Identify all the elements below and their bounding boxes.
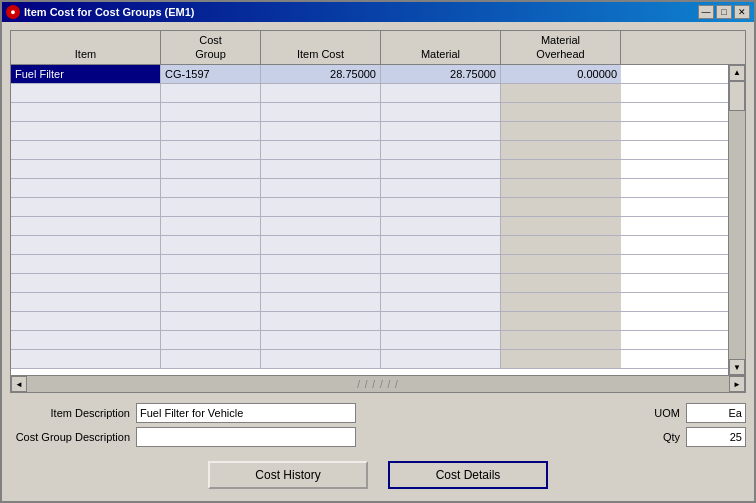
cell-item-cost [261, 198, 381, 216]
table-row[interactable] [11, 103, 728, 122]
cell-cost-group [161, 103, 261, 121]
cell-item [11, 293, 161, 311]
col-header-item-cost: Item Cost [261, 31, 381, 64]
cell-item [11, 350, 161, 368]
table-body-area: Fuel Filter CG-1597 28.75000 28.75000 0.… [11, 65, 745, 375]
cell-material [381, 160, 501, 178]
title-bar-left: ● Item Cost for Cost Groups (EM1) [6, 5, 195, 19]
cell-overhead [501, 255, 621, 273]
table-row[interactable] [11, 274, 728, 293]
table-row[interactable] [11, 122, 728, 141]
cell-material [381, 103, 501, 121]
cell-cost-group: CG-1597 [161, 65, 261, 83]
table-row[interactable] [11, 217, 728, 236]
cell-cost-group [161, 122, 261, 140]
cost-details-button[interactable]: Cost Details [388, 461, 548, 489]
cell-material: 28.75000 [381, 65, 501, 83]
cost-group-description-label: Cost Group Description [10, 431, 130, 443]
scroll-right-button[interactable]: ► [729, 376, 745, 392]
cell-material [381, 350, 501, 368]
table-row[interactable] [11, 350, 728, 369]
cell-material [381, 274, 501, 292]
title-buttons: — □ ✕ [698, 5, 750, 19]
cell-item [11, 312, 161, 330]
table-row[interactable] [11, 293, 728, 312]
cell-item [11, 274, 161, 292]
cell-cost-group [161, 160, 261, 178]
table-row[interactable] [11, 236, 728, 255]
uom-row: UOM [650, 403, 746, 423]
table-row[interactable] [11, 84, 728, 103]
col-header-overhead: MaterialOverhead [501, 31, 621, 64]
cell-item-cost [261, 236, 381, 254]
table-row[interactable] [11, 198, 728, 217]
title-bar: ● Item Cost for Cost Groups (EM1) — □ ✕ [2, 2, 754, 22]
cell-material [381, 122, 501, 140]
col-header-material: Material [381, 31, 501, 64]
cell-material [381, 236, 501, 254]
cell-item [11, 84, 161, 102]
cell-item-cost [261, 274, 381, 292]
cell-item-cost [261, 84, 381, 102]
table-row[interactable] [11, 179, 728, 198]
cell-item [11, 179, 161, 197]
table-row[interactable] [11, 255, 728, 274]
cell-material [381, 255, 501, 273]
scroll-track[interactable] [729, 81, 745, 359]
qty-input[interactable] [686, 427, 746, 447]
qty-label: Qty [650, 431, 680, 443]
cell-item-cost [261, 255, 381, 273]
close-button[interactable]: ✕ [734, 5, 750, 19]
scroll-thumb[interactable] [729, 81, 745, 111]
table-container: Item CostGroup Item Cost Material Materi… [10, 30, 746, 393]
table-row[interactable] [11, 312, 728, 331]
cost-group-description-input[interactable] [136, 427, 356, 447]
col-header-scrollpad [621, 31, 641, 64]
cost-history-button[interactable]: Cost History [208, 461, 368, 489]
cell-item-cost [261, 293, 381, 311]
table-row[interactable] [11, 160, 728, 179]
buttons-row: Cost History Cost Details [10, 457, 746, 493]
cell-overhead [501, 103, 621, 121]
item-description-input[interactable] [136, 403, 356, 423]
scroll-up-button[interactable]: ▲ [729, 65, 745, 81]
item-description-label: Item Description [10, 407, 130, 419]
cell-item [11, 331, 161, 349]
maximize-button[interactable]: □ [716, 5, 732, 19]
table-header: Item CostGroup Item Cost Material Materi… [11, 31, 745, 65]
cell-cost-group [161, 84, 261, 102]
form-area: Item Description Cost Group Description … [10, 399, 746, 451]
cell-item [11, 141, 161, 159]
cell-material [381, 141, 501, 159]
table-row[interactable] [11, 331, 728, 350]
cell-item [11, 198, 161, 216]
cell-cost-group [161, 236, 261, 254]
scroll-left-button[interactable]: ◄ [11, 376, 27, 392]
col-header-item: Item [11, 31, 161, 64]
cell-item-cost [261, 179, 381, 197]
window-content: Item CostGroup Item Cost Material Materi… [2, 22, 754, 501]
cost-group-description-row: Cost Group Description [10, 427, 356, 447]
uom-input[interactable] [686, 403, 746, 423]
cell-item [11, 255, 161, 273]
col-header-cost-group: CostGroup [161, 31, 261, 64]
scroll-down-button[interactable]: ▼ [729, 359, 745, 375]
table-row[interactable] [11, 141, 728, 160]
cell-material [381, 84, 501, 102]
vertical-scrollbar[interactable]: ▲ ▼ [728, 65, 745, 375]
cell-item-cost [261, 350, 381, 368]
horizontal-scrollbar[interactable]: ◄ / / / / / / ► [11, 375, 745, 392]
cell-material [381, 331, 501, 349]
form-left: Item Description Cost Group Description [10, 403, 356, 447]
hscroll-track[interactable]: / / / / / / [27, 376, 729, 392]
table-row[interactable]: Fuel Filter CG-1597 28.75000 28.75000 0.… [11, 65, 728, 84]
cell-cost-group [161, 331, 261, 349]
cell-item [11, 236, 161, 254]
cell-overhead [501, 141, 621, 159]
cell-material [381, 179, 501, 197]
cell-cost-group [161, 293, 261, 311]
qty-row: Qty [650, 427, 746, 447]
minimize-button[interactable]: — [698, 5, 714, 19]
cell-overhead [501, 236, 621, 254]
cell-overhead [501, 179, 621, 197]
